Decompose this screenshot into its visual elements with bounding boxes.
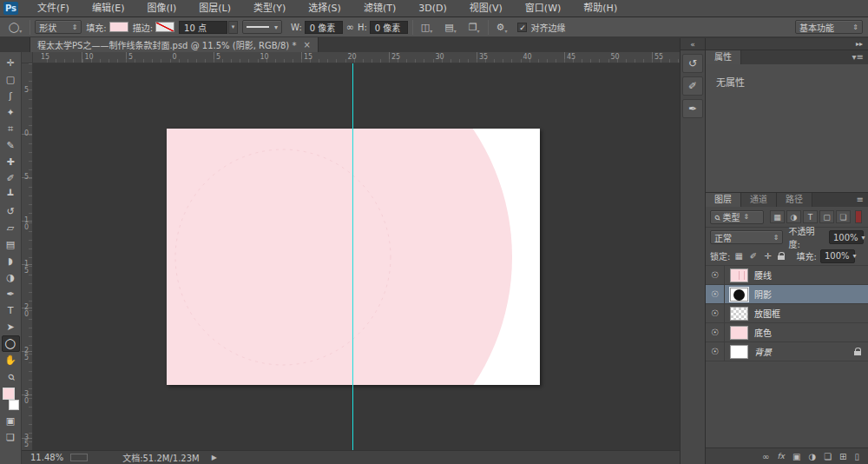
panel-menu-icon[interactable]: ≡ (857, 195, 864, 204)
tool-mode-dropdown[interactable]: 形状 ⇕ (35, 20, 82, 34)
visibility-toggle[interactable]: ☉ (706, 323, 725, 341)
link-layers-icon[interactable]: ∞ (762, 452, 769, 461)
history-panel-icon[interactable]: ↺ (682, 54, 703, 73)
filter-adjustment-layers-icon[interactable]: ◑ (786, 210, 801, 223)
document-tab[interactable]: 程太太学PS之——制作线条款封面.psd @ 11.5% (阴影, RGB/8)… (30, 37, 319, 52)
vertical-guide[interactable] (352, 63, 353, 450)
stroke-width-arrow[interactable]: ▾ (228, 21, 238, 34)
layer-thumbnail[interactable] (730, 307, 748, 321)
menu-item-9[interactable]: 视图(V) (458, 0, 514, 17)
clone-stamp-tool[interactable]: ┻ (2, 187, 20, 203)
filter-smart-objects-icon[interactable]: ❏ (836, 210, 851, 223)
visibility-toggle[interactable]: ☉ (706, 304, 725, 322)
eyedropper-tool[interactable]: ✎ (2, 137, 20, 154)
eraser-tool[interactable]: ▱ (2, 220, 20, 236)
layer-thumbnail[interactable] (730, 326, 748, 340)
quick-selection-tool[interactable]: ✦ (2, 104, 20, 121)
canvas-pasteboard[interactable] (33, 63, 680, 450)
path-selection-tool[interactable]: ➤ (2, 319, 20, 335)
menu-item-6[interactable]: 选择(S) (297, 0, 352, 17)
quick-mask-button[interactable]: ▣ (2, 413, 20, 429)
document-canvas[interactable] (167, 129, 540, 385)
menu-item-8[interactable]: 3D(D) (407, 0, 458, 17)
filter-shape-layers-icon[interactable]: ▢ (819, 210, 834, 223)
stroke-color-swatch[interactable] (155, 22, 174, 32)
lock-position-icon[interactable]: ✛ (763, 251, 772, 261)
menu-item-3[interactable]: 图像(I) (135, 0, 187, 17)
layer-row-阴影[interactable]: ☉阴影 (706, 285, 868, 304)
dodge-tool[interactable]: ◑ (2, 269, 20, 286)
stroke-width-field[interactable]: 10 点 (179, 21, 227, 34)
path-arrange-icon[interactable]: ❐▾ (465, 22, 483, 33)
delete-layer-icon[interactable]: ▯ (854, 452, 859, 461)
tab-properties[interactable]: 属性 (706, 50, 741, 64)
menu-item-5[interactable]: 类型(Y) (242, 0, 297, 17)
screen-mode-button[interactable]: ❏ (2, 429, 20, 446)
menu-item-4[interactable]: 图层(L) (187, 0, 242, 17)
new-group-icon[interactable]: ❏ (824, 452, 832, 461)
menu-item-10[interactable]: 窗口(W) (514, 0, 572, 17)
layer-row-底色[interactable]: ☉底色 (706, 323, 868, 342)
adjustment-layer-icon[interactable]: ◑ (808, 452, 816, 461)
filter-pixel-layers-icon[interactable]: ▦ (770, 210, 785, 223)
width-field[interactable]: 0 像素 (305, 21, 343, 34)
visibility-toggle[interactable]: ☉ (706, 285, 725, 303)
menu-item-2[interactable]: 编辑(E) (81, 0, 136, 17)
path-alignment-icon[interactable]: ▤▾ (441, 22, 459, 33)
left-ruler[interactable]: 505101520253035 (22, 63, 33, 450)
layer-row-腰线[interactable]: ☉腰线 (706, 266, 868, 285)
tab-close-icon[interactable]: × (303, 40, 310, 50)
stroke-type-dropdown[interactable]: ▾ (242, 20, 282, 34)
lock-image-icon[interactable]: ✐ (749, 251, 758, 261)
move-tool[interactable]: ✛ (2, 55, 20, 71)
layer-thumbnail[interactable] (730, 268, 748, 282)
lock-all-icon[interactable] (778, 252, 785, 260)
tool-preset-icon[interactable]: ◯▾ (5, 22, 25, 33)
height-field[interactable]: 0 像素 (370, 21, 408, 34)
marquee-tool[interactable]: ▢ (2, 71, 20, 88)
filter-type-layers-icon[interactable]: T (803, 210, 818, 223)
layer-row-背景[interactable]: ☉背景 (706, 342, 868, 361)
hand-tool[interactable]: ✋ (2, 352, 20, 368)
workspace-dropdown[interactable]: 基本功能 ⇕ (795, 20, 863, 34)
dock-collapse-button[interactable]: « (681, 38, 705, 50)
type-tool[interactable]: T (2, 302, 20, 319)
tool-presets-panel-icon[interactable]: ✒ (682, 99, 703, 118)
link-dimensions-icon[interactable]: ∞ (343, 22, 358, 33)
visibility-toggle[interactable]: ☉ (706, 266, 725, 284)
status-menu-arrow[interactable]: ▶ (212, 454, 217, 461)
brush-tool[interactable]: ✐ (2, 170, 20, 187)
history-brush-tool[interactable]: ↺ (2, 203, 20, 220)
layer-effects-icon[interactable]: fx (777, 452, 785, 461)
visibility-toggle[interactable]: ☉ (706, 342, 725, 361)
layer-thumbnail[interactable] (730, 288, 748, 302)
layer-row-放图框[interactable]: ☉放图框 (706, 304, 868, 323)
tab-图层[interactable]: 图层 (706, 193, 741, 207)
zoom-tool[interactable]: ϙ (2, 368, 20, 385)
top-ruler[interactable]: 151050510152025303540455055 (33, 52, 680, 63)
foreground-color-swatch[interactable] (3, 388, 15, 400)
filter-type-dropdown[interactable]: ϙ 类型 ⇕ (710, 210, 764, 224)
align-edges-checkbox[interactable]: ✓ (517, 23, 527, 32)
add-layer-mask-icon[interactable]: ▣ (792, 452, 800, 461)
fill-opacity-field[interactable]: 100% ▾ (820, 249, 855, 263)
blur-tool[interactable]: ◗ (2, 253, 20, 269)
layer-thumbnail[interactable] (730, 345, 748, 359)
background-color-swatch[interactable] (9, 400, 19, 410)
menu-item-7[interactable]: 滤镜(T) (352, 0, 407, 17)
zoom-level-field[interactable]: 11.48% (30, 453, 63, 462)
tab-通道[interactable]: 通道 (741, 193, 777, 207)
tab-路径[interactable]: 路径 (777, 193, 812, 207)
opacity-field[interactable]: 100% ▾ (829, 230, 864, 244)
path-operations-icon[interactable]: ◫▾ (418, 22, 436, 33)
shape-options-gear-icon[interactable]: ⚙▾ (493, 22, 511, 33)
lasso-tool[interactable]: ʃ (2, 88, 20, 104)
menu-item-11[interactable]: 帮助(H) (572, 0, 628, 17)
new-layer-icon[interactable]: ⊞ (839, 452, 846, 461)
panel-menu-icon[interactable]: ▾≡ (852, 52, 864, 62)
spot-healing-tool[interactable]: ✚ (2, 154, 20, 170)
lock-transparent-icon[interactable]: ▦ (733, 251, 743, 261)
filter-toggle[interactable] (855, 210, 862, 223)
menu-item-1[interactable]: 文件(F) (26, 0, 81, 17)
blend-mode-dropdown[interactable]: 正常 ⇕ (710, 230, 783, 244)
